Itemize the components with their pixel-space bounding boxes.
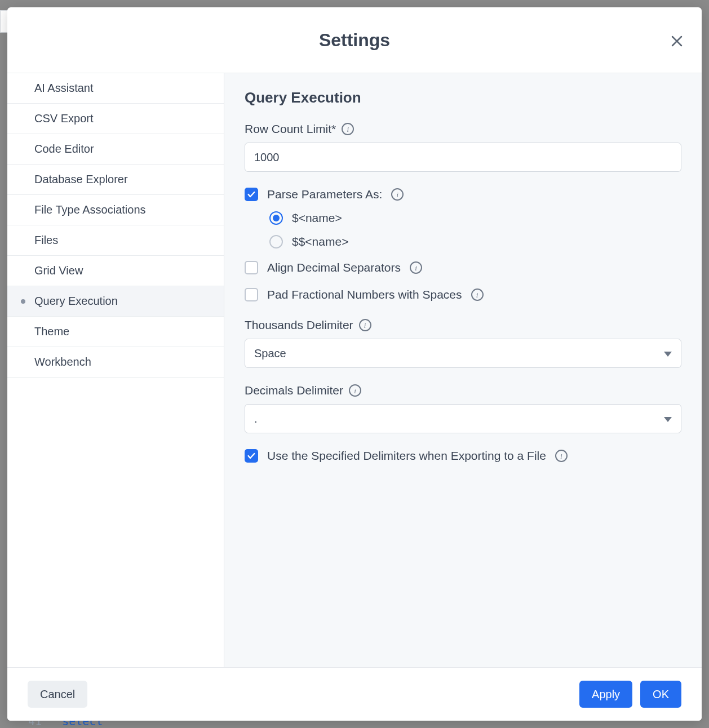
thousands-delimiter-select[interactable]: Space	[245, 339, 681, 368]
decimals-delimiter-field: Decimals Delimiter i .	[245, 384, 681, 433]
sidebar-item-theme[interactable]: Theme	[7, 317, 224, 347]
sidebar-item-file-type-associations[interactable]: File Type Associations	[7, 195, 224, 225]
use-delimiters-export-label: Use the Specified Delimiters when Export…	[267, 449, 546, 463]
settings-sidebar: AI AssistantCSV ExportCode EditorDatabas…	[7, 73, 224, 667]
cancel-button[interactable]: Cancel	[28, 681, 87, 708]
section-heading: Query Execution	[245, 89, 681, 106]
info-icon[interactable]: i	[359, 319, 371, 331]
sidebar-item-label: Database Explorer	[34, 173, 128, 186]
sidebar-item-label: Workbench	[34, 356, 91, 369]
info-icon[interactable]: i	[410, 261, 422, 274]
sidebar-item-label: Files	[34, 234, 58, 247]
sidebar-item-query-execution[interactable]: Query Execution	[7, 286, 224, 317]
use-delimiters-export-checkbox[interactable]	[245, 449, 258, 463]
align-decimal-checkbox[interactable]	[245, 261, 258, 274]
dialog-title: Settings	[319, 30, 390, 51]
sidebar-item-grid-view[interactable]: Grid View	[7, 256, 224, 286]
svg-marker-3	[664, 417, 672, 422]
sidebar-item-label: Grid View	[34, 264, 83, 277]
sidebar-item-workbench[interactable]: Workbench	[7, 347, 224, 378]
parse-parameters-checkbox[interactable]	[245, 188, 258, 201]
parse-parameters-label: Parse Parameters As:	[267, 188, 382, 201]
sidebar-item-label: Theme	[34, 325, 69, 338]
sidebar-item-label: File Type Associations	[34, 203, 146, 216]
radio-double-dollar[interactable]	[269, 235, 283, 248]
dialog-footer: Cancel Apply OK	[7, 668, 702, 721]
dialog-header: Settings	[7, 7, 702, 73]
pad-fractional-checkbox[interactable]	[245, 288, 258, 301]
info-icon[interactable]: i	[349, 384, 361, 397]
sidebar-item-label: CSV Export	[34, 112, 93, 125]
background-toolbar-fragment	[0, 10, 8, 33]
radio-label: $$<name>	[292, 235, 348, 248]
decimals-delimiter-select[interactable]: .	[245, 404, 681, 433]
close-button[interactable]	[668, 32, 686, 50]
info-icon[interactable]: i	[555, 450, 568, 462]
row-count-limit-input[interactable]	[245, 143, 681, 172]
pad-fractional-row: Pad Fractional Numbers with Spaces i	[245, 288, 681, 301]
parse-parameters-options: $<name> $$<name>	[269, 211, 681, 248]
info-icon[interactable]: i	[342, 123, 354, 135]
radio-single-dollar[interactable]	[269, 211, 283, 225]
radio-label: $<name>	[292, 211, 342, 225]
settings-dialog: Settings AI AssistantCSV ExportCode Edit…	[7, 7, 702, 721]
sidebar-item-ai-assistant[interactable]: AI Assistant	[7, 73, 224, 104]
dialog-body: AI AssistantCSV ExportCode EditorDatabas…	[7, 73, 702, 668]
ok-button[interactable]: OK	[640, 681, 681, 708]
info-icon[interactable]: i	[471, 288, 484, 301]
decimals-delimiter-label: Decimals Delimiter i	[245, 384, 681, 397]
chevron-down-icon	[664, 347, 672, 360]
apply-button[interactable]: Apply	[579, 681, 632, 708]
select-value: .	[254, 412, 258, 425]
sidebar-item-label: Query Execution	[34, 295, 118, 308]
sidebar-item-files[interactable]: Files	[7, 225, 224, 256]
sidebar-item-label: AI Assistant	[34, 82, 94, 95]
svg-marker-2	[664, 352, 672, 357]
radio-option-double-dollar[interactable]: $$<name>	[269, 235, 681, 248]
close-icon	[670, 34, 684, 48]
parse-parameters-row: Parse Parameters As: i	[245, 188, 681, 201]
thousands-delimiter-label: Thousands Delimiter i	[245, 318, 681, 332]
row-count-limit-label: Row Count Limit* i	[245, 122, 681, 136]
row-count-limit-field: Row Count Limit* i	[245, 122, 681, 172]
sidebar-item-database-explorer[interactable]: Database Explorer	[7, 165, 224, 195]
chevron-down-icon	[664, 412, 672, 425]
settings-content: Query Execution Row Count Limit* i Parse…	[224, 73, 702, 667]
align-decimal-label: Align Decimal Separators	[267, 261, 401, 274]
sidebar-item-label: Code Editor	[34, 143, 94, 156]
thousands-delimiter-field: Thousands Delimiter i Space	[245, 318, 681, 368]
pad-fractional-label: Pad Fractional Numbers with Spaces	[267, 288, 462, 301]
use-delimiters-export-row: Use the Specified Delimiters when Export…	[245, 449, 681, 463]
info-icon[interactable]: i	[391, 188, 404, 201]
select-value: Space	[254, 347, 286, 360]
align-decimal-row: Align Decimal Separators i	[245, 261, 681, 274]
sidebar-item-csv-export[interactable]: CSV Export	[7, 104, 224, 134]
sidebar-item-code-editor[interactable]: Code Editor	[7, 134, 224, 165]
radio-option-single-dollar[interactable]: $<name>	[269, 211, 681, 225]
